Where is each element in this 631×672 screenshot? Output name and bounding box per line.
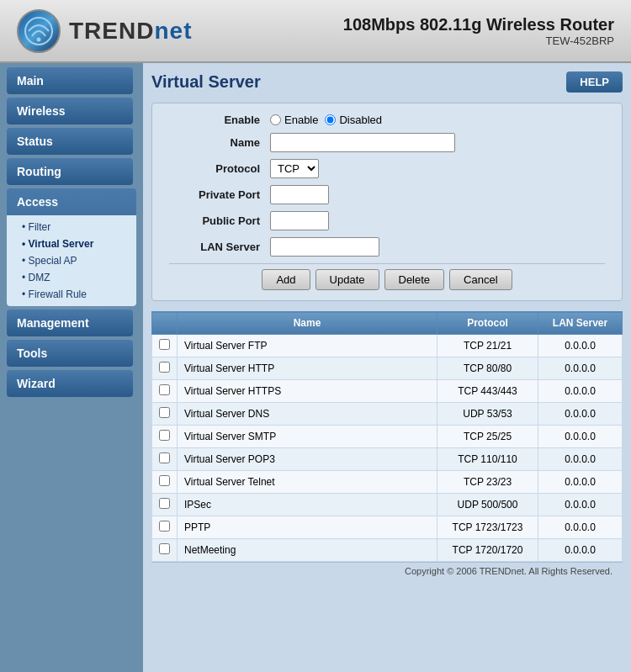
row-protocol-4: TCP 25/25: [437, 426, 538, 448]
row-checkbox-1[interactable]: [159, 362, 170, 373]
virtual-server-table: Name Protocol LAN Server Virtual Server …: [151, 311, 623, 562]
row-checkbox-5[interactable]: [159, 452, 170, 463]
row-protocol-5: TCP 110/110: [437, 448, 538, 471]
row-name-9: NetMeeting: [178, 539, 437, 562]
row-checkbox-7[interactable]: [159, 498, 170, 509]
product-model: TEW-452BRP: [343, 34, 614, 47]
sidebar-item-wireless[interactable]: Wireless: [7, 98, 133, 124]
disabled-radio-label[interactable]: Disabled: [325, 114, 382, 126]
logo-area: TRENDnet: [17, 9, 192, 53]
row-name-4: Virtual Server SMTP: [178, 426, 437, 448]
sidebar-sub-firewall-rule[interactable]: Firewall Rule: [7, 286, 136, 303]
row-checkbox-6[interactable]: [159, 475, 170, 486]
access-submenu: Filter Virtual Server Special AP DMZ Fir…: [7, 215, 136, 306]
enable-radio[interactable]: [270, 114, 281, 125]
row-lan-server-8: 0.0.0.0: [538, 516, 623, 539]
disabled-radio[interactable]: [325, 114, 336, 125]
row-checkbox-4[interactable]: [159, 430, 170, 441]
private-port-value: [270, 185, 329, 204]
header-right: 108Mbps 802.11g Wireless Router TEW-452B…: [343, 15, 614, 47]
row-protocol-8: TCP 1723/1723: [437, 516, 538, 539]
disabled-radio-text: Disabled: [339, 114, 382, 126]
lan-server-row: LAN Server: [169, 237, 605, 257]
table-row: PPTP TCP 1723/1723 0.0.0.0: [152, 516, 623, 539]
header: TRENDnet 108Mbps 802.11g Wireless Router…: [0, 0, 631, 63]
table-row: Virtual Server SMTP TCP 25/25 0.0.0.0: [152, 426, 623, 448]
row-checkbox-0[interactable]: [159, 339, 170, 350]
enable-row: Enable Enable Disabled: [169, 114, 605, 126]
add-button[interactable]: Add: [262, 269, 310, 290]
sidebar-sub-virtual-server[interactable]: Virtual Server: [7, 235, 136, 252]
sidebar-item-status[interactable]: Status: [7, 128, 133, 155]
col-protocol-header: Protocol: [437, 312, 538, 335]
lan-server-input[interactable]: [270, 237, 379, 257]
public-port-label: Public Port: [169, 214, 270, 227]
row-lan-server-9: 0.0.0.0: [538, 539, 623, 562]
help-button[interactable]: HELP: [566, 71, 623, 93]
table-row: Virtual Server FTP TCP 21/21 0.0.0.0: [152, 335, 623, 357]
row-lan-server-7: 0.0.0.0: [538, 494, 623, 516]
row-checkbox-9[interactable]: [159, 543, 170, 554]
public-port-value: [270, 211, 329, 230]
row-protocol-0: TCP 21/21: [437, 335, 538, 357]
row-checkbox-8[interactable]: [159, 521, 170, 532]
sidebar-item-routing[interactable]: Routing: [7, 158, 133, 185]
row-lan-server-6: 0.0.0.0: [538, 471, 623, 494]
access-section: Access Filter Virtual Server Special AP …: [7, 188, 136, 306]
private-port-label: Private Port: [169, 188, 270, 201]
copyright-text: Copyright © 2006 TRENDnet. All Rights Re…: [405, 566, 612, 576]
sidebar-item-wizard[interactable]: Wizard: [7, 370, 133, 397]
sidebar-item-management[interactable]: Management: [7, 310, 133, 336]
row-checkbox-2[interactable]: [159, 384, 170, 395]
lan-server-label: LAN Server: [169, 241, 270, 253]
row-checkbox-cell: [152, 448, 178, 471]
public-port-input[interactable]: [270, 211, 329, 230]
private-port-input[interactable]: [270, 185, 329, 204]
lan-server-value: [270, 237, 379, 257]
row-checkbox-cell: [152, 403, 178, 426]
row-name-6: Virtual Server Telnet: [178, 471, 437, 494]
sidebar-sub-special-ap[interactable]: Special AP: [7, 252, 136, 269]
page-title: Virtual Server: [151, 72, 261, 92]
row-protocol-3: UDP 53/53: [437, 403, 538, 426]
protocol-label: Protocol: [169, 162, 270, 175]
table-row: IPSec UDP 500/500 0.0.0.0: [152, 494, 623, 516]
public-port-row: Public Port: [169, 211, 605, 230]
sidebar-item-tools[interactable]: Tools: [7, 340, 133, 367]
logo-icon: [17, 9, 61, 53]
col-checkbox: [152, 312, 178, 335]
row-name-5: Virtual Server POP3: [178, 448, 437, 471]
row-lan-server-1: 0.0.0.0: [538, 357, 623, 380]
sidebar-sub-filter[interactable]: Filter: [7, 219, 136, 235]
row-checkbox-cell: [152, 335, 178, 357]
protocol-row: Protocol TCP UDP Both: [169, 159, 605, 178]
enable-label: Enable: [169, 114, 270, 126]
sidebar: Main Wireless Status Routing Access Filt…: [0, 63, 143, 672]
enable-value: Enable Disabled: [270, 114, 382, 126]
row-lan-server-3: 0.0.0.0: [538, 403, 623, 426]
main-layout: Main Wireless Status Routing Access Filt…: [0, 63, 631, 672]
cancel-button[interactable]: Cancel: [449, 269, 512, 290]
enable-radio-text: Enable: [284, 114, 318, 126]
table-row: Virtual Server POP3 TCP 110/110 0.0.0.0: [152, 448, 623, 471]
update-button[interactable]: Update: [316, 269, 379, 290]
row-checkbox-cell: [152, 471, 178, 494]
row-lan-server-0: 0.0.0.0: [538, 335, 623, 357]
sidebar-item-access[interactable]: Access: [7, 188, 136, 215]
row-name-3: Virtual Server DNS: [178, 403, 437, 426]
row-lan-server-4: 0.0.0.0: [538, 426, 623, 448]
protocol-select[interactable]: TCP UDP Both: [270, 159, 319, 178]
delete-button[interactable]: Delete: [384, 269, 445, 290]
col-lan-server-header: LAN Server: [538, 312, 623, 335]
sidebar-sub-dmz[interactable]: DMZ: [7, 269, 136, 286]
sidebar-item-main[interactable]: Main: [7, 67, 133, 94]
row-checkbox-cell: [152, 494, 178, 516]
enable-radio-label[interactable]: Enable: [270, 114, 318, 126]
row-checkbox-3[interactable]: [159, 407, 170, 418]
name-input[interactable]: [270, 133, 455, 152]
row-checkbox-cell: [152, 426, 178, 448]
row-lan-server-2: 0.0.0.0: [538, 380, 623, 403]
row-name-7: IPSec: [178, 494, 437, 516]
svg-point-1: [37, 37, 41, 41]
row-name-8: PPTP: [178, 516, 437, 539]
